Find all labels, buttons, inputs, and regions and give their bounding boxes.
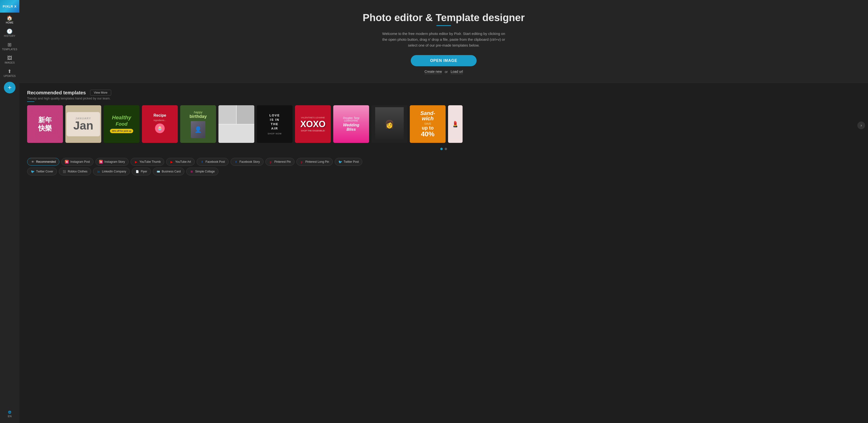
- sidebar-item-templates[interactable]: ⊞ TEMPLATES: [0, 39, 20, 53]
- category-business-card[interactable]: 🪪 Business Card: [153, 168, 184, 175]
- category-label: Business Card: [162, 170, 181, 173]
- template-card[interactable]: LOVE IS IN THE AIR SHOP NOW: [257, 105, 292, 143]
- load-url-link[interactable]: Load url: [451, 69, 463, 74]
- card-content: Sand- wich SAVE up to 40%: [410, 105, 445, 143]
- hero-description: Welcome to the free modern photo editor …: [381, 31, 507, 48]
- sidebar-label-home: HOME: [6, 21, 13, 24]
- add-button[interactable]: +: [4, 82, 16, 93]
- or-text: or: [445, 70, 447, 74]
- templates-section: Recommended templates View More Trendy a…: [20, 83, 868, 154]
- open-image-button[interactable]: OPEN IMAGE: [411, 55, 476, 66]
- templates-header: Recommended templates View More: [27, 90, 860, 95]
- carousel-dot[interactable]: [440, 148, 443, 150]
- card-content: Douglas Tang LEMASHINE Wedding Bliss: [333, 105, 369, 143]
- category-label: Simple Collage: [195, 170, 215, 173]
- category-youtube-thumb[interactable]: ▶ YouTube Thumb: [130, 158, 164, 166]
- category-instagram-post[interactable]: ▣ Instagram Post: [61, 158, 93, 166]
- hero-section: Photo editor & Template designer Welcome…: [20, 0, 868, 83]
- logo[interactable]: PIXLR X: [0, 0, 20, 12]
- template-card[interactable]: [218, 105, 254, 143]
- category-label: Twitter Post: [344, 160, 359, 164]
- view-more-button[interactable]: View More: [90, 90, 111, 95]
- home-icon: 🏠: [6, 16, 13, 20]
- sidebar-item-images[interactable]: 🖼 IMAGES: [0, 53, 20, 66]
- business-card-icon: 🪪: [156, 170, 160, 173]
- sidebar-item-updates[interactable]: ⬆ UPDATES: [0, 66, 20, 79]
- category-twitter-post[interactable]: 🐦 Twitter Post: [335, 158, 363, 166]
- collage-icon: ⊞: [190, 170, 194, 173]
- carousel-dot[interactable]: [445, 148, 447, 150]
- carousel-next-button[interactable]: ›: [857, 121, 865, 129]
- category-linkedin-company[interactable]: in LinkedIn Company: [93, 168, 130, 175]
- roblox-icon: ⬛: [62, 170, 66, 173]
- facebook-icon: f: [234, 160, 238, 164]
- template-card[interactable]: Healthy Food 35% off for pick up: [104, 105, 140, 143]
- hero-underline: [436, 25, 451, 26]
- category-label: Pinterest Long Pin: [305, 160, 329, 164]
- sidebar: PIXLR X 🏠 HOME 🕐 HISTORY ⊞ TEMPLATES 🖼 I…: [0, 0, 20, 423]
- card-content: Recipe Ingredients... 🧁: [142, 105, 178, 143]
- card-content: VALENTINE'S LEAMINE XOXO SHOP THE ENSEMB…: [295, 105, 331, 143]
- category-youtube-art[interactable]: ▶ YouTube Art: [166, 158, 194, 166]
- pinterest-icon: 𝕡: [300, 160, 304, 164]
- globe-icon: 🌐: [8, 411, 11, 414]
- create-new-link[interactable]: Create new: [425, 69, 442, 74]
- carousel-dots: [27, 148, 860, 150]
- category-label: Pinterest Pin: [274, 160, 291, 164]
- card-content: [218, 105, 254, 143]
- category-facebook-story[interactable]: f Facebook Story: [230, 158, 264, 166]
- sidebar-item-home[interactable]: 🏠 HOME: [0, 12, 20, 26]
- language-label: EN: [8, 415, 11, 418]
- updates-icon: ⬆: [7, 69, 12, 74]
- images-icon: 🖼: [7, 56, 12, 60]
- category-twitter-cover[interactable]: 🐦 Twitter Cover: [27, 168, 57, 175]
- category-label: Instagram Story: [104, 160, 125, 164]
- card-content: JANUARY Jan: [67, 112, 100, 136]
- template-card[interactable]: Douglas Tang LEMASHINE Wedding Bliss: [333, 105, 369, 143]
- category-roblox-clothes[interactable]: ⬛ Roblox Clothes: [59, 168, 91, 175]
- instagram-icon: ▣: [65, 160, 69, 164]
- main-content: Photo editor & Template designer Welcome…: [20, 0, 868, 423]
- template-carousel: 新年快樂 JANUARY Jan Healthy: [27, 105, 860, 145]
- template-card[interactable]: 新年快樂: [27, 105, 63, 143]
- category-label: Flyer: [141, 170, 147, 173]
- instagram-icon: ▣: [99, 160, 103, 164]
- category-simple-collage[interactable]: ⊞ Simple Collage: [186, 168, 218, 175]
- facebook-icon: f: [200, 160, 204, 164]
- subtitle-underline: [27, 102, 34, 102]
- template-card[interactable]: VALENTINE'S LEAMINE XOXO SHOP THE ENSEMB…: [295, 105, 331, 143]
- sidebar-label-templates: TEMPLATES: [2, 48, 17, 51]
- templates-subtitle: Trendy and high quality templates hand p…: [27, 96, 860, 100]
- template-card[interactable]: Sand- wich SAVE up to 40%: [410, 105, 445, 143]
- youtube-icon: ▶: [170, 160, 174, 164]
- template-carousel-wrapper: 新年快樂 JANUARY Jan Healthy: [27, 105, 860, 145]
- card-content: 新年快樂: [38, 116, 52, 132]
- template-card[interactable]: 💄: [448, 105, 463, 143]
- categories-row-2: 🐦 Twitter Cover ⬛ Roblox Clothes in Link…: [27, 168, 860, 175]
- template-card[interactable]: Recipe Ingredients... 🧁: [142, 105, 178, 143]
- flyer-icon: 📄: [135, 170, 139, 173]
- template-card[interactable]: happy birthday 👤: [180, 105, 216, 143]
- pinterest-icon: 𝕡: [269, 160, 273, 164]
- sidebar-label-images: IMAGES: [5, 61, 15, 64]
- language-selector[interactable]: 🌐 EN: [0, 408, 20, 420]
- templates-icon: ⊞: [7, 42, 12, 47]
- category-label: Facebook Story: [240, 160, 260, 164]
- category-label: YouTube Thumb: [140, 160, 161, 164]
- template-card[interactable]: JANUARY Jan: [65, 105, 101, 143]
- hero-title: Photo editor & Template designer: [24, 12, 863, 24]
- category-instagram-story[interactable]: ▣ Instagram Story: [95, 158, 129, 166]
- template-card[interactable]: 👩: [372, 105, 407, 143]
- card-content: Healthy Food 35% off for pick up: [104, 105, 140, 143]
- sidebar-label-history: HISTORY: [4, 35, 16, 37]
- category-pinterest-pin[interactable]: 𝕡 Pinterest Pin: [266, 158, 294, 166]
- sidebar-label-updates: UPDATES: [4, 75, 16, 77]
- category-facebook-post[interactable]: f Facebook Post: [197, 158, 228, 166]
- category-flyer[interactable]: 📄 Flyer: [132, 168, 151, 175]
- card-content: 👩: [372, 105, 407, 143]
- categories-section: 👁 Recommended ▣ Instagram Post ▣ Instagr…: [20, 154, 868, 183]
- sidebar-item-history[interactable]: 🕐 HISTORY: [0, 26, 20, 39]
- linkedin-icon: in: [97, 170, 100, 173]
- category-pinterest-long-pin[interactable]: 𝕡 Pinterest Long Pin: [297, 158, 333, 166]
- category-recommended[interactable]: 👁 Recommended: [27, 158, 59, 166]
